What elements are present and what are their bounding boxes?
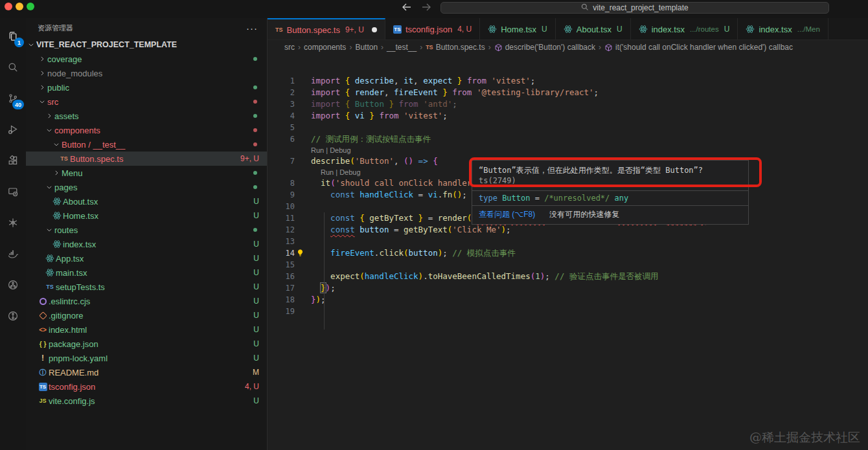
line-number: 16	[268, 271, 295, 282]
tree-file-app-tsx[interactable]: App.tsxU	[26, 251, 267, 265]
line-number: 7	[268, 155, 295, 167]
tab-problem-badge: U	[542, 25, 547, 34]
tab-about-tsx[interactable]: About.tsxU	[556, 18, 631, 40]
tree-folder-coverage[interactable]: coverage	[26, 52, 267, 66]
tab-tsconfig-json[interactable]: TStsconfig.json4, U	[385, 18, 480, 40]
tree-file-index-tsx[interactable]: index.tsxU	[26, 237, 267, 251]
tab-home-tsx[interactable]: Home.tsxU	[480, 18, 556, 40]
code-line-15: 15	[268, 259, 868, 271]
code-line-12: 12 const button = getByText('Click Me');	[268, 224, 868, 236]
tree-item-label: Home.tsx	[63, 211, 98, 221]
eslint-icon	[37, 298, 49, 305]
activity-extensions-button[interactable]	[0, 145, 26, 176]
tree-file-package-json[interactable]: { }package.jsonU	[26, 337, 267, 351]
tab-button-spec-ts[interactable]: TSButton.spec.ts9+, U	[268, 18, 385, 40]
git-status-badge: U	[253, 240, 259, 249]
tree-folder-button-test-[interactable]: Button / __test__	[26, 137, 267, 152]
tree-folder-menu[interactable]: Menu	[26, 166, 267, 180]
line-number: 14	[268, 247, 295, 259]
close-window-button[interactable]	[5, 3, 12, 10]
tree-folder-routes[interactable]: routes	[26, 223, 267, 237]
tab-problem-badge: 4, U	[457, 25, 472, 34]
code-line-1: 1import { describe, it, expect } from 'v…	[268, 75, 868, 87]
git-status-badge: U	[253, 254, 259, 263]
tab-index-tsx[interactable]: index.tsx.../Men	[738, 18, 828, 40]
gitlens-icon	[8, 311, 18, 321]
tree-folder-components[interactable]: components	[26, 123, 267, 137]
breadcrumb-item[interactable]: __test__	[387, 43, 417, 52]
error-code: ts(2749)	[479, 176, 516, 185]
codelens-run-debug[interactable]: Run | Debug	[311, 145, 351, 155]
git-status-badge: U	[253, 311, 259, 320]
git-status-badge: U	[253, 297, 259, 306]
tree-file-home-tsx[interactable]: Home.tsxU	[26, 208, 267, 223]
code-line-5: 5	[268, 122, 868, 133]
activity-source-control-button[interactable]: 40	[0, 83, 26, 114]
code-line-16: 16 expect(handleClick).toHaveBeenCalledT…	[268, 271, 868, 282]
activity-explorer-button[interactable]: 1	[0, 21, 26, 52]
tree-file-index-html[interactable]: <>index.htmlU	[26, 322, 267, 337]
breadcrumb-item[interactable]: Button	[355, 43, 378, 52]
activity-search-button[interactable]	[0, 52, 26, 83]
extensions-icon	[8, 155, 18, 166]
tree-item-label: .eslintrc.cjs	[49, 297, 90, 306]
tree-file-readme-md[interactable]: ⓘREADME.mdM	[26, 365, 267, 379]
tree-file-main-tsx[interactable]: main.tsxU	[26, 265, 267, 280]
activity-docker-button[interactable]	[0, 238, 26, 269]
tree-item-label: assets	[54, 111, 79, 121]
line-number: 12	[268, 224, 295, 236]
breadcrumb-item[interactable]: src	[284, 43, 295, 52]
view-problem-link[interactable]: 查看问题 (⌥F8)	[479, 209, 535, 220]
zoom-window-button[interactable]	[27, 3, 34, 10]
sidebar-title: 资源管理器	[38, 23, 73, 33]
tab-label: tsconfig.json	[405, 25, 452, 34]
tree-item-label: src	[47, 97, 58, 107]
line-number: 9	[268, 189, 295, 201]
code-line-3: 3import { Button } from 'antd';	[268, 98, 868, 110]
line-number: 13	[268, 236, 295, 247]
react-icon	[51, 240, 63, 249]
tree-folder-public[interactable]: public	[26, 80, 267, 95]
chevron-down-icon	[44, 227, 54, 233]
vscode-window: vite_react_project_template 140 资源管理器 ··…	[0, 0, 868, 450]
minimize-window-button[interactable]	[16, 3, 23, 10]
tree-folder-pages[interactable]: pages	[26, 180, 267, 194]
tree-folder-node-modules[interactable]: node_modules	[26, 66, 267, 80]
command-center-search[interactable]: vite_react_project_template	[440, 2, 829, 14]
breadcrumb-item[interactable]: components	[304, 43, 346, 52]
chevron-down-icon	[44, 127, 54, 133]
tree-folder-assets[interactable]: assets	[26, 109, 267, 123]
breadcrumb-item[interactable]: describe('Button') callback	[494, 43, 595, 52]
tree-file-button-spec-ts[interactable]: TSButton.spec.ts9+, U	[26, 152, 267, 166]
activity-git-graph-button[interactable]	[0, 269, 26, 300]
tree-file--gitignore[interactable]: .gitignoreU	[26, 308, 267, 322]
tree-file-setuptests-ts[interactable]: TSsetupTests.tsU	[26, 280, 267, 294]
back-arrow-icon[interactable]	[402, 3, 412, 12]
line-number: 8	[268, 177, 295, 189]
activity-remote-explorer-button[interactable]	[0, 176, 26, 207]
tab-index-tsx[interactable]: index.tsx.../routesU	[631, 18, 738, 40]
tree-item-label: coverage	[47, 54, 82, 64]
tree-folder-src[interactable]: src	[26, 95, 267, 109]
tree-file-pnpm-lock-yaml[interactable]: !pnpm-lock.yamlU	[26, 351, 267, 365]
tree-file-about-tsx[interactable]: About.tsxU	[26, 194, 267, 208]
code-line-17: 17 });	[268, 282, 868, 294]
tree-file--eslintrc-cjs[interactable]: .eslintrc.cjsU	[26, 294, 267, 308]
sidebar-more-actions-icon[interactable]: ···	[246, 23, 258, 34]
breadcrumb-item[interactable]: TSButton.spec.ts	[426, 43, 485, 52]
activity-run-debug-button[interactable]	[0, 114, 26, 145]
breadcrumb-item[interactable]: it('should call onClick handler when cli…	[604, 43, 793, 52]
code-line-6: 6// 测试用例：测试按钮点击事件	[268, 133, 868, 145]
tree-file-tsconfig-json[interactable]: TStsconfig.json4, U	[26, 379, 267, 394]
git-status-dot	[253, 171, 257, 175]
tree-file-vite-config-js[interactable]: JSvite.config.jsU	[26, 394, 267, 408]
activity-openai-button[interactable]	[0, 207, 26, 238]
codelens-run-debug[interactable]: Run | Debug	[321, 167, 361, 177]
dirty-indicator-icon[interactable]	[372, 27, 377, 32]
tree-root-folder[interactable]: VITE_REACT_PROJECT_TEMPLATE	[26, 38, 267, 52]
forward-arrow-icon[interactable]	[421, 3, 431, 12]
line-number: 15	[268, 259, 295, 271]
breadcrumb-separator: ›	[420, 43, 422, 52]
activity-gitlens-button[interactable]	[0, 300, 26, 332]
git-status-badge: M	[253, 368, 259, 377]
